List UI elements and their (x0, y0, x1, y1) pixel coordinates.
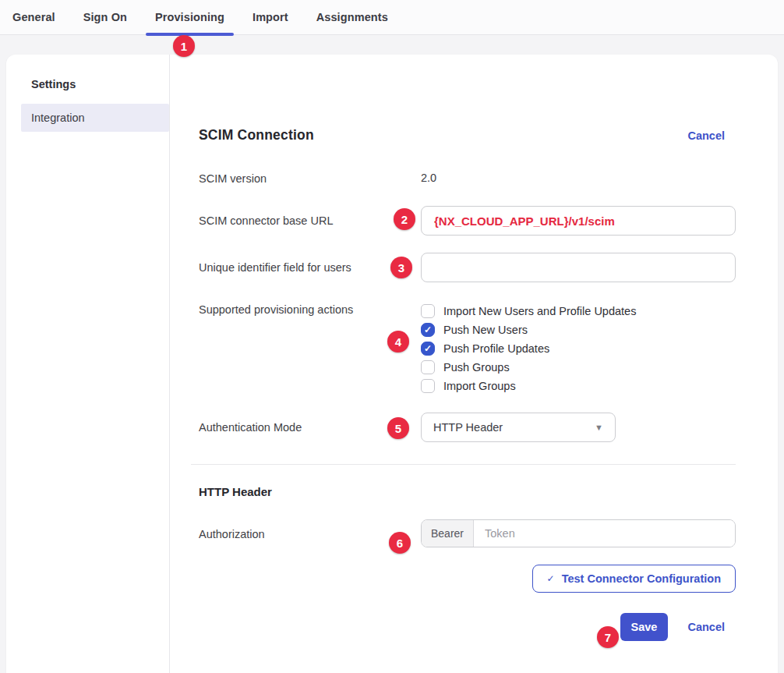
scim-version-label: SCIM version (199, 172, 421, 186)
checkbox-push-profile-updates[interactable]: Push Profile Updates (421, 339, 736, 358)
tab-sign-on[interactable]: Sign On (83, 0, 127, 35)
http-header-section-title: HTTP Header (199, 485, 736, 498)
scim-connection-form: SCIM Connection Cancel SCIM version 2.0 … (170, 55, 778, 673)
tab-provisioning[interactable]: Provisioning (155, 0, 224, 35)
annotation-badge-1: 1 (173, 35, 195, 57)
checkbox-import-new-users-profile-updates[interactable]: Import New Users and Profile Updates (421, 302, 736, 321)
scim-version-row: SCIM version 2.0 (199, 172, 736, 186)
tab-general[interactable]: General (12, 0, 55, 35)
sidebar-item-label: Integration (31, 112, 85, 124)
annotation-badge-6: 6 (389, 532, 411, 554)
provisioning-card: Settings Integration SCIM Connection Can… (6, 55, 778, 673)
settings-sidebar: Settings Integration (6, 55, 170, 673)
checkbox-icon[interactable] (421, 323, 435, 337)
app-tabbar: General Sign On Provisioning Import Assi… (0, 0, 784, 35)
unique-id-row: Unique identifier field for users (199, 253, 736, 282)
chevron-down-icon: ▼ (595, 423, 603, 432)
token-input[interactable] (474, 520, 735, 547)
provisioning-actions-row: Supported provisioning actions Import Ne… (199, 299, 736, 395)
test-connector-configuration-button[interactable]: ✓ Test Connector Configuration (532, 565, 736, 593)
checkbox-import-groups[interactable]: Import Groups (421, 377, 736, 395)
sidebar-header: Settings (6, 78, 169, 90)
authorization-row: Authorization Bearer (199, 519, 736, 547)
save-button[interactable]: Save (620, 613, 669, 641)
sidebar-item-integration[interactable]: Integration (21, 104, 169, 132)
cancel-link-bottom[interactable]: Cancel (687, 621, 725, 633)
checkbox-push-new-users[interactable]: Push New Users (421, 321, 736, 339)
checkbox-icon[interactable] (421, 342, 435, 356)
tab-import[interactable]: Import (253, 0, 288, 35)
cancel-link-top[interactable]: Cancel (687, 129, 725, 142)
unique-id-label: Unique identifier field for users (199, 253, 421, 275)
authorization-input-group: Bearer (421, 519, 736, 547)
annotation-badge-4: 4 (387, 331, 409, 352)
section-divider (191, 464, 736, 465)
annotation-badge-2: 2 (394, 208, 415, 230)
base-url-row: SCIM connector base URL (199, 206, 736, 236)
unique-identifier-input[interactable] (421, 253, 736, 282)
checkbox-push-groups[interactable]: Push Groups (421, 358, 736, 377)
page-title: SCIM Connection (199, 127, 314, 143)
authorization-label: Authorization (199, 519, 421, 541)
provisioning-actions-list: Import New Users and Profile Updates Pus… (421, 299, 736, 395)
auth-mode-select[interactable]: HTTP Header ▼ (421, 413, 616, 442)
base-url-input[interactable] (421, 206, 736, 236)
test-connector-label: Test Connector Configuration (562, 572, 721, 585)
tab-assignments[interactable]: Assignments (316, 0, 388, 35)
auth-mode-selected-value: HTTP Header (433, 421, 503, 434)
provisioning-actions-label: Supported provisioning actions (199, 299, 421, 317)
checkbox-icon[interactable] (421, 379, 435, 393)
auth-mode-row: Authentication Mode HTTP Header ▼ (199, 413, 736, 442)
annotation-badge-3: 3 (390, 257, 412, 278)
checkbox-icon[interactable] (421, 360, 435, 374)
checkbox-icon[interactable] (421, 304, 435, 318)
annotation-badge-5: 5 (387, 417, 409, 439)
check-icon: ✓ (547, 573, 555, 584)
scim-version-value: 2.0 (421, 172, 736, 184)
bearer-prefix: Bearer (422, 520, 474, 547)
base-url-label: SCIM connector base URL (199, 206, 421, 228)
annotation-badge-7: 7 (597, 626, 619, 648)
